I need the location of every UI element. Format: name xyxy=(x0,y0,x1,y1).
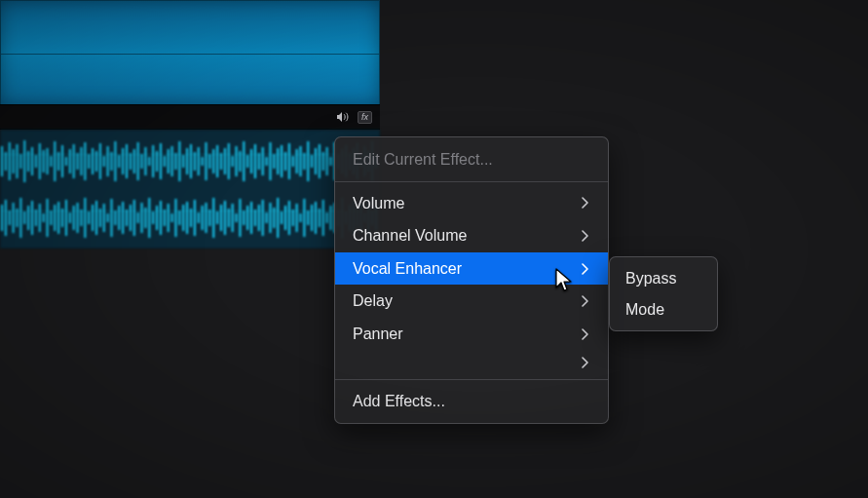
svg-rect-143 xyxy=(156,206,158,230)
svg-rect-16 xyxy=(57,152,59,171)
speaker-icon xyxy=(336,111,350,123)
svg-rect-149 xyxy=(178,211,180,225)
audio-clip[interactable] xyxy=(0,130,380,249)
svg-rect-178 xyxy=(288,201,290,235)
svg-rect-88 xyxy=(330,157,332,166)
svg-rect-48 xyxy=(178,141,180,181)
svg-rect-59 xyxy=(220,153,222,170)
submenu-item-mode[interactable]: Mode xyxy=(610,294,717,326)
svg-rect-172 xyxy=(266,212,268,223)
svg-rect-169 xyxy=(254,210,256,226)
svg-rect-15 xyxy=(54,141,56,181)
svg-rect-25 xyxy=(92,148,94,174)
svg-rect-147 xyxy=(171,213,173,222)
svg-rect-119 xyxy=(65,200,67,236)
svg-rect-19 xyxy=(69,149,71,173)
svg-rect-65 xyxy=(243,141,245,181)
svg-rect-73 xyxy=(273,154,275,169)
svg-rect-150 xyxy=(182,205,184,231)
svg-rect-160 xyxy=(220,205,222,231)
menu-item-delay[interactable]: Delay xyxy=(335,285,608,318)
svg-rect-183 xyxy=(307,211,309,225)
chevron-right-icon xyxy=(579,328,592,340)
svg-rect-163 xyxy=(232,204,234,232)
svg-rect-122 xyxy=(77,203,79,233)
svg-rect-43 xyxy=(160,143,162,179)
svg-rect-154 xyxy=(198,212,200,223)
svg-rect-24 xyxy=(88,154,90,169)
svg-rect-87 xyxy=(326,147,328,175)
svg-rect-112 xyxy=(39,204,41,232)
svg-rect-113 xyxy=(43,213,45,222)
svg-rect-6 xyxy=(19,154,21,169)
svg-rect-164 xyxy=(236,213,238,222)
svg-rect-13 xyxy=(47,148,49,174)
svg-rect-176 xyxy=(281,211,283,224)
svg-rect-137 xyxy=(133,200,135,236)
svg-rect-7 xyxy=(23,140,25,182)
svg-rect-111 xyxy=(35,210,37,226)
svg-rect-83 xyxy=(311,155,313,168)
svg-rect-124 xyxy=(84,198,86,238)
svg-rect-141 xyxy=(148,198,150,238)
svg-rect-3 xyxy=(9,142,11,180)
svg-rect-181 xyxy=(300,213,302,222)
svg-rect-54 xyxy=(202,157,204,166)
menu-item-blank-submenu[interactable] xyxy=(335,351,608,374)
svg-rect-42 xyxy=(156,151,158,172)
svg-rect-126 xyxy=(92,205,94,231)
svg-rect-120 xyxy=(69,212,71,223)
submenu-item-bypass[interactable]: Bypass xyxy=(610,263,717,294)
svg-rect-130 xyxy=(107,213,109,222)
svg-rect-156 xyxy=(206,203,208,233)
svg-rect-55 xyxy=(206,142,208,180)
svg-rect-63 xyxy=(236,146,238,176)
svg-rect-10 xyxy=(35,155,37,168)
svg-rect-186 xyxy=(319,209,321,227)
svg-rect-26 xyxy=(95,151,97,172)
chevron-right-icon xyxy=(579,263,592,275)
svg-rect-12 xyxy=(43,150,45,172)
menu-item-add-effects[interactable]: Add Effects... xyxy=(335,385,608,418)
svg-rect-27 xyxy=(99,143,101,179)
svg-rect-121 xyxy=(73,206,75,230)
svg-rect-71 xyxy=(266,157,268,166)
svg-rect-66 xyxy=(246,155,248,168)
chevron-right-icon xyxy=(579,357,592,368)
video-clip[interactable] xyxy=(0,0,380,106)
svg-rect-146 xyxy=(168,204,170,232)
menu-item-volume[interactable]: Volume xyxy=(335,187,608,220)
svg-rect-51 xyxy=(190,144,192,178)
menu-item-label: Mode xyxy=(625,299,664,321)
effects-context-menu: Edit Current Effect... Volume Channel Vo… xyxy=(334,136,609,424)
svg-rect-81 xyxy=(303,153,305,170)
svg-rect-2 xyxy=(5,152,7,171)
chevron-right-icon xyxy=(579,295,592,307)
svg-rect-129 xyxy=(103,204,105,232)
svg-rect-145 xyxy=(164,210,166,226)
svg-rect-49 xyxy=(182,155,184,168)
menu-item-label: Panner xyxy=(353,324,403,345)
fx-badge[interactable]: fx xyxy=(358,111,372,124)
menu-item-label: Edit Current Effect... xyxy=(353,149,493,171)
svg-rect-37 xyxy=(137,142,139,180)
menu-item-channel-volume[interactable]: Channel Volume xyxy=(335,219,608,252)
vocal-enhancer-submenu: Bypass Mode xyxy=(609,256,718,331)
svg-rect-125 xyxy=(88,211,90,224)
svg-rect-128 xyxy=(99,209,101,227)
menu-item-panner[interactable]: Panner xyxy=(335,318,608,351)
svg-rect-148 xyxy=(174,199,176,237)
svg-rect-52 xyxy=(194,152,196,171)
svg-rect-110 xyxy=(31,201,33,235)
svg-rect-41 xyxy=(152,145,154,177)
menu-separator xyxy=(335,379,608,380)
svg-rect-152 xyxy=(190,209,192,227)
svg-rect-33 xyxy=(122,148,124,174)
svg-rect-140 xyxy=(144,208,146,228)
svg-rect-167 xyxy=(246,206,248,230)
svg-rect-56 xyxy=(208,154,210,169)
svg-rect-40 xyxy=(148,157,150,166)
waveform-channel-2 xyxy=(1,191,379,245)
menu-item-vocal-enhancer[interactable]: Vocal Enhancer xyxy=(335,252,608,286)
svg-rect-168 xyxy=(250,202,252,234)
